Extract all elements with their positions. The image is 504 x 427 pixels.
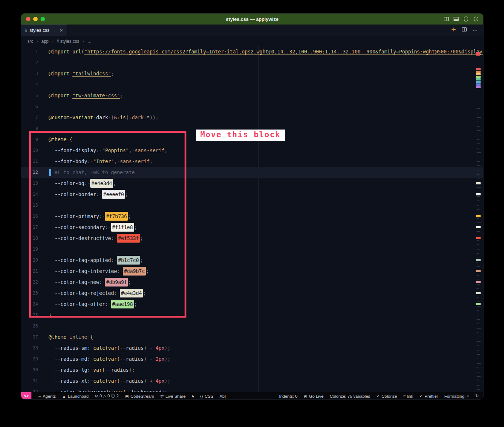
zoom-window-button[interactable] <box>41 17 45 21</box>
indent-guide <box>50 179 50 188</box>
code-line-16[interactable]: 16 --color-primary:·#f7b736; <box>21 211 483 222</box>
code-token: var( <box>108 345 120 351</box>
tab-styles-css[interactable]: # styles.css × <box>21 25 67 36</box>
ai-sparkle-icon[interactable] <box>451 27 456 34</box>
status-colorize-toggle[interactable]: ✓Colorize <box>376 394 397 398</box>
code-line-23[interactable]: 23 --color-tag-rejected:·#e4e3d4; <box>21 288 483 299</box>
status-refresh[interactable]: ↻ <box>475 394 479 398</box>
color-swatch[interactable]: #f1f1e8 <box>111 223 134 232</box>
minimap-color-mark <box>476 52 480 56</box>
status-launchpad[interactable]: ▲Launchpad <box>62 394 89 398</box>
status-launchpad-icon: ▲ <box>62 394 66 398</box>
status-language-mode[interactable]: {}CSS <box>200 394 213 398</box>
code-line-27[interactable]: 27@theme·inline·{ <box>21 332 483 342</box>
close-window-button[interactable] <box>26 17 30 21</box>
shield-icon[interactable] <box>463 16 469 22</box>
line-number: 11 <box>21 156 38 167</box>
color-swatch[interactable]: #da9b7c <box>123 267 146 276</box>
code-token: : <box>105 301 108 307</box>
code-token: --color-border <box>54 191 96 197</box>
status-lightning[interactable]: ϟ <box>192 394 194 398</box>
status-indents[interactable]: Indents: 0 <box>279 394 298 398</box>
code-line-1[interactable]: 1@import·url("https://fonts.googleapis.c… <box>21 46 483 57</box>
color-swatch[interactable]: #ef533f <box>117 234 140 243</box>
minimize-window-button[interactable] <box>33 17 38 21</box>
minimap-line <box>477 113 479 113</box>
code-line-21[interactable]: 21 --color-tag-interview:·#da9b7c; <box>21 266 483 277</box>
minimap-line <box>477 367 478 368</box>
status-formatting-label: Formatting: × <box>444 394 469 398</box>
breadcrumb-item--[interactable]: … <box>87 39 92 44</box>
color-swatch[interactable]: #e4e3d4 <box>120 289 143 297</box>
minimap-line <box>477 337 480 337</box>
status-prettier-icon: ✓ <box>419 394 422 398</box>
code-line-17[interactable]: 17 --color-secondary:·#f1f1e8; <box>21 222 483 233</box>
split-editor-icon[interactable] <box>443 16 449 22</box>
code-line-3[interactable]: 3@import·"tailwindcss"; <box>21 68 483 79</box>
code-line-29[interactable]: 29 --radius-md:·calc(var(--radius)·-·2px… <box>21 353 483 364</box>
code-line-10[interactable]: 10 --font-display:·"Poppins",·sans-serif… <box>21 145 483 156</box>
code-line-24[interactable]: 24 --color-tag-offer:·#aae198; <box>21 299 483 310</box>
color-swatch[interactable]: #eeeef0 <box>102 190 125 199</box>
code-line-26[interactable]: 26 <box>21 321 483 332</box>
status-agents[interactable]: ∞Agents <box>38 394 56 398</box>
color-swatch[interactable]: #e4e3d4 <box>90 179 113 188</box>
code-line-20[interactable]: 20 --color-tag-applied:·#b1c7c0; <box>21 255 483 266</box>
color-swatch[interactable]: #b1c7c0 <box>117 256 140 265</box>
code-line-15[interactable]: 15 <box>21 200 483 211</box>
code-line-32[interactable]: 32 --color-background:·var(--background)… <box>21 386 483 392</box>
breadcrumb-item-src[interactable]: src <box>27 39 33 44</box>
code-line-12[interactable]: 12 ⌘L to chat, ⇧⌘K to generate <box>21 167 483 178</box>
status-colorize-count[interactable]: Colorize: 75 variables <box>330 394 370 398</box>
status-live-share[interactable]: ⇄Live Share <box>160 394 186 398</box>
status-codestream[interactable]: ▣CodeStream <box>125 394 154 398</box>
breadcrumb-item-styles-css[interactable]: #styles.css <box>57 39 79 44</box>
minimap-line <box>477 121 478 122</box>
code-token: ; <box>140 257 143 263</box>
code-line-25[interactable]: 25} <box>21 310 483 321</box>
code-line-22[interactable]: 22 --color-tag-new:·#db9a9f; <box>21 277 483 288</box>
minimap[interactable] <box>476 46 482 392</box>
tab-close-icon[interactable]: × <box>60 27 63 33</box>
status-prettier[interactable]: ✓Prettier <box>419 394 438 398</box>
indent-guide <box>50 377 50 385</box>
minimap-line <box>477 249 480 250</box>
code-line-30[interactable]: 30 --radius-lg:·var(--radius); <box>21 364 483 375</box>
code-line-2[interactable]: 2 <box>21 57 483 68</box>
status-link-indicator[interactable]: = link <box>403 394 413 398</box>
code-line-14[interactable]: 14 --color-border:·#eeeef0; <box>21 189 483 200</box>
code-line-5[interactable]: 5@import·"tw-animate-css"; <box>21 90 483 101</box>
code-line-19[interactable]: 19 <box>21 244 483 255</box>
code-line-11[interactable]: 11 --font-body:·"Inter",·sans-serif; <box>21 156 483 167</box>
code-token: ; <box>125 191 128 197</box>
color-swatch[interactable]: #f7b736 <box>105 212 128 221</box>
code-line-4[interactable]: 4 <box>21 79 483 90</box>
remote-indicator[interactable]: >< <box>21 392 31 400</box>
code-token: --color-secondary <box>54 224 105 230</box>
status-formatting[interactable]: Formatting: × <box>444 394 469 398</box>
minimap-line <box>477 152 481 153</box>
code-line-13[interactable]: 13 --color-bg:·#e4e3d4; <box>21 178 483 189</box>
code-line-7[interactable]: 7@custom-variant·dark·(&:is(.dark·*)); <box>21 112 483 123</box>
settings-gear-icon[interactable] <box>473 16 479 22</box>
line-number: 28 <box>21 342 38 353</box>
status-problems[interactable]: ⊘ 0 △ 0 ⓘ 2 <box>95 393 118 399</box>
split-editor-icon[interactable] <box>462 27 467 34</box>
status-ab-indicator[interactable]: Ab| <box>220 394 226 398</box>
code-line-6[interactable]: 6 <box>21 101 483 112</box>
color-swatch[interactable]: #db9a9f <box>105 278 128 286</box>
code-token: "Poppins" <box>102 147 129 153</box>
code-line-31[interactable]: 31 --radius-xl:·calc(var(--radius)·+·4px… <box>21 375 483 386</box>
color-swatch[interactable]: #aae198 <box>111 300 134 308</box>
code-token: var( <box>108 356 120 362</box>
code-line-18[interactable]: 18 --color-destructive:·#ef533f; <box>21 233 483 244</box>
minimap-line <box>477 139 480 140</box>
status-go-live[interactable]: ◉Go Live <box>304 394 323 398</box>
code-editor[interactable]: 1@import·url("https://fonts.googleapis.c… <box>21 46 483 392</box>
breadcrumb-item-app[interactable]: app <box>41 39 49 44</box>
desktop: styles.css — applywize <box>0 0 504 427</box>
panel-layout-icon[interactable] <box>453 16 459 22</box>
code-line-28[interactable]: 28 --radius-sm:·calc(var(--radius)·-·4px… <box>21 342 483 353</box>
more-actions-icon[interactable]: ⋯ <box>472 27 478 34</box>
indent-guide <box>50 366 50 374</box>
